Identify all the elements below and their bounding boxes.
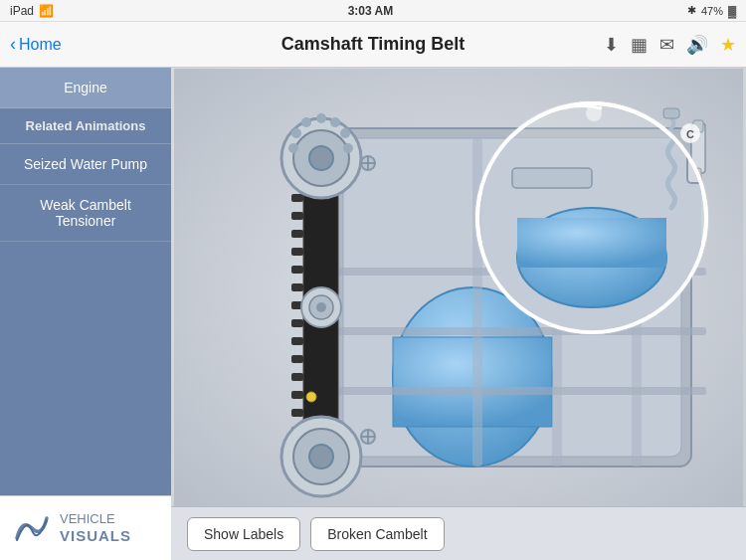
bottom-toolbar: Show Labels Broken Cambelt	[171, 506, 746, 560]
svg-rect-21	[291, 355, 303, 363]
broken-cambelt-button[interactable]: Broken Cambelt	[310, 517, 444, 551]
svg-point-30	[316, 113, 326, 123]
svg-rect-19	[291, 319, 303, 327]
svg-text:C: C	[686, 128, 694, 140]
svg-point-72	[306, 392, 316, 402]
status-right: ✱ 47% ▓	[687, 4, 736, 17]
show-labels-button[interactable]: Show Labels	[187, 517, 300, 551]
nav-title: Camshaft Timing Belt	[281, 34, 466, 55]
svg-point-34	[301, 117, 311, 127]
svg-rect-8	[338, 387, 706, 395]
content-area: C Show Labels Broken Cambelt	[171, 68, 746, 560]
logo-line2: visuals	[60, 527, 131, 545]
svg-point-71	[316, 302, 326, 312]
svg-point-29	[309, 146, 333, 170]
svg-rect-52	[663, 108, 679, 118]
sound-icon[interactable]: 🔊	[686, 34, 708, 56]
wifi-icon: 📶	[39, 4, 54, 18]
svg-point-32	[340, 128, 350, 138]
svg-point-39	[309, 445, 333, 468]
main-layout: Engine Related Animations Seized Water P…	[0, 68, 746, 560]
svg-rect-24	[291, 409, 303, 417]
svg-point-65	[586, 105, 602, 121]
battery-label: 47%	[701, 5, 723, 17]
battery-icon: ▓	[728, 5, 736, 17]
svg-point-36	[288, 143, 298, 153]
sidebar-logo: vehicle visuals	[0, 495, 171, 560]
svg-rect-16	[291, 266, 303, 274]
sidebar-item-seized[interactable]: Seized Water Pump	[0, 144, 171, 185]
svg-point-35	[291, 128, 301, 138]
sidebar-item-related[interactable]: Related Animations	[0, 108, 171, 144]
svg-point-33	[343, 143, 353, 153]
svg-rect-64	[512, 168, 592, 188]
mail-icon[interactable]: ✉	[659, 34, 674, 56]
status-left: iPad 📶	[10, 4, 54, 18]
svg-rect-14	[291, 230, 303, 238]
svg-rect-22	[291, 373, 303, 381]
svg-rect-15	[291, 248, 303, 256]
grid-icon[interactable]: ▦	[631, 34, 648, 56]
svg-rect-23	[291, 391, 303, 399]
sidebar-item-engine[interactable]: Engine	[0, 68, 171, 108]
image-area: C	[171, 68, 746, 506]
svg-rect-7	[338, 327, 706, 335]
logo-line1: vehicle	[60, 511, 131, 527]
svg-rect-20	[291, 337, 303, 345]
star-icon[interactable]: ★	[720, 34, 736, 56]
status-bar: iPad 📶 3:03 AM ✱ 47% ▓	[0, 0, 746, 22]
back-button[interactable]: ‹ Home	[10, 34, 62, 55]
svg-rect-13	[291, 212, 303, 220]
svg-point-31	[330, 117, 340, 127]
svg-rect-17	[291, 283, 303, 291]
logo-text: vehicle visuals	[60, 511, 131, 545]
back-chevron-icon: ‹	[10, 34, 16, 55]
back-label: Home	[19, 36, 62, 54]
bluetooth-icon: ✱	[687, 4, 696, 17]
nav-actions: ⬇ ▦ ✉ 🔊 ★	[604, 34, 736, 56]
status-time: 3:03 AM	[348, 4, 394, 18]
sidebar: Engine Related Animations Seized Water P…	[0, 68, 171, 560]
engine-illustration: C	[174, 69, 743, 506]
svg-rect-61	[517, 218, 666, 268]
download-icon[interactable]: ⬇	[604, 34, 619, 56]
vehicle-visuals-logo-icon	[12, 508, 52, 548]
svg-rect-12	[291, 194, 303, 202]
sidebar-item-weak[interactable]: Weak Cambelt Tensioner	[0, 185, 171, 242]
nav-bar: ‹ Home Camshaft Timing Belt ⬇ ▦ ✉ 🔊 ★	[0, 22, 746, 68]
device-label: iPad	[10, 4, 34, 18]
